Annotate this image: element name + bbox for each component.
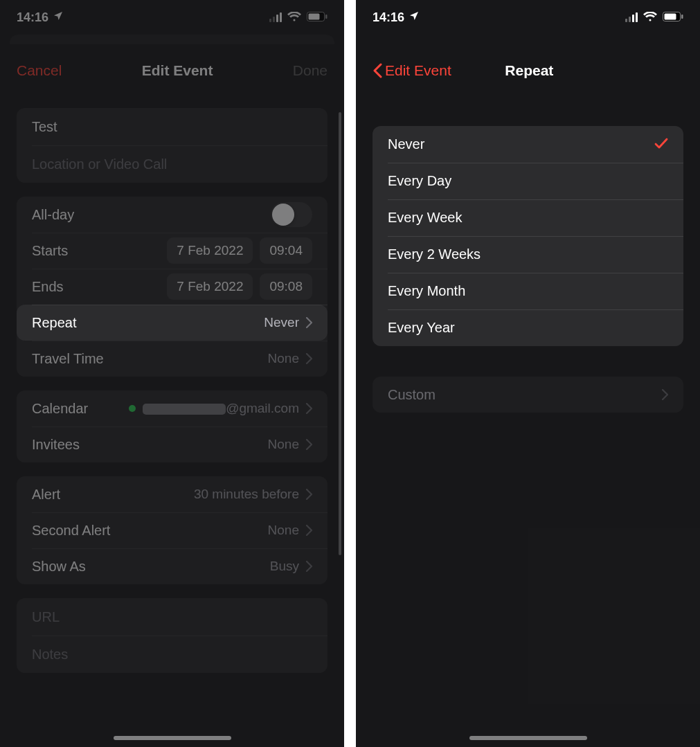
repeat-scroll[interactable]: Never Every Day Every Week Every 2 Weeks… bbox=[356, 98, 700, 747]
all-day-row[interactable]: All-day bbox=[17, 197, 327, 233]
chevron-right-icon bbox=[306, 403, 312, 414]
page-title: Repeat bbox=[505, 62, 553, 79]
svg-rect-5 bbox=[681, 15, 683, 19]
location-services-icon bbox=[53, 10, 64, 25]
cancel-button[interactable]: Cancel bbox=[17, 62, 62, 79]
chevron-right-icon bbox=[306, 353, 312, 364]
chevron-right-icon bbox=[306, 525, 312, 536]
chevron-left-icon bbox=[373, 63, 382, 78]
event-title-field[interactable]: Test bbox=[17, 108, 327, 145]
redacted-email-prefix bbox=[143, 404, 226, 415]
page-title: Edit Event bbox=[142, 62, 213, 79]
status-time: 14:16 bbox=[373, 10, 404, 25]
location-services-icon bbox=[409, 10, 420, 25]
svg-rect-2 bbox=[325, 15, 327, 19]
chevron-right-icon bbox=[306, 561, 312, 572]
alert-group: Alert 30 minutes before Second Alert Non… bbox=[17, 476, 327, 584]
status-bar: 14:16 bbox=[356, 0, 700, 35]
location-field[interactable]: Location or Video Call bbox=[17, 145, 327, 183]
url-notes-group: URL Notes bbox=[17, 598, 327, 673]
status-bar: 14:16 bbox=[0, 0, 344, 35]
wifi-icon bbox=[287, 10, 301, 25]
battery-icon bbox=[663, 10, 683, 25]
home-indicator[interactable] bbox=[114, 736, 231, 740]
repeat-sheet: Edit Event Repeat Never Every Day Every … bbox=[356, 43, 700, 747]
cellular-signal-icon bbox=[625, 12, 638, 22]
repeat-options-group: Never Every Day Every Week Every 2 Weeks… bbox=[373, 126, 683, 346]
travel-time-row[interactable]: Travel Time None bbox=[17, 341, 327, 377]
calendar-group: Calendar @gmail.com Invitees None bbox=[17, 390, 327, 462]
chevron-right-icon bbox=[306, 489, 312, 500]
ends-row[interactable]: Ends 7 Feb 2022 09:08 bbox=[17, 269, 327, 305]
phone-repeat-options: 14:16 Edit Event Repeat bbox=[356, 0, 700, 747]
home-indicator[interactable] bbox=[469, 736, 587, 740]
status-time: 14:16 bbox=[17, 10, 48, 25]
form-scroll[interactable]: Test Location or Video Call All-day Star… bbox=[0, 98, 344, 747]
option-every-month[interactable]: Every Month bbox=[373, 273, 683, 309]
svg-rect-1 bbox=[309, 13, 320, 19]
invitees-row[interactable]: Invitees None bbox=[17, 426, 327, 462]
starts-row[interactable]: Starts 7 Feb 2022 09:04 bbox=[17, 233, 327, 269]
option-every-week[interactable]: Every Week bbox=[373, 199, 683, 236]
all-day-toggle[interactable] bbox=[271, 202, 312, 227]
battery-icon bbox=[307, 10, 327, 25]
done-button[interactable]: Done bbox=[293, 62, 327, 79]
navbar: Edit Event Repeat bbox=[356, 43, 700, 98]
url-field[interactable]: URL bbox=[17, 598, 327, 636]
cellular-signal-icon bbox=[269, 12, 282, 22]
scrollbar-indicator bbox=[339, 112, 341, 555]
starts-date-pill[interactable]: 7 Feb 2022 bbox=[167, 237, 253, 264]
show-as-row[interactable]: Show As Busy bbox=[17, 548, 327, 584]
option-never[interactable]: Never bbox=[373, 126, 683, 163]
custom-group: Custom bbox=[373, 377, 683, 413]
chevron-right-icon bbox=[306, 317, 312, 328]
alert-row[interactable]: Alert 30 minutes before bbox=[17, 476, 327, 512]
navbar: Cancel Edit Event Done bbox=[0, 43, 344, 98]
back-button[interactable]: Edit Event bbox=[373, 62, 451, 79]
calendar-color-dot-icon bbox=[129, 405, 136, 412]
option-every-year[interactable]: Every Year bbox=[373, 309, 683, 346]
option-every-2-weeks[interactable]: Every 2 Weeks bbox=[373, 236, 683, 273]
edit-event-sheet: Cancel Edit Event Done Test Location or … bbox=[0, 43, 344, 747]
calendar-row[interactable]: Calendar @gmail.com bbox=[17, 390, 327, 426]
starts-time-pill[interactable]: 09:04 bbox=[260, 237, 312, 264]
repeat-row[interactable]: Repeat Never bbox=[17, 305, 327, 341]
chevron-right-icon bbox=[662, 389, 668, 400]
svg-rect-4 bbox=[665, 13, 676, 19]
notes-field[interactable]: Notes bbox=[17, 636, 327, 673]
ends-time-pill[interactable]: 09:08 bbox=[260, 273, 312, 300]
chevron-right-icon bbox=[306, 439, 312, 450]
checkmark-icon bbox=[654, 137, 668, 152]
option-every-day[interactable]: Every Day bbox=[373, 163, 683, 199]
title-location-group: Test Location or Video Call bbox=[17, 108, 327, 183]
ends-date-pill[interactable]: 7 Feb 2022 bbox=[167, 273, 253, 300]
time-group: All-day Starts 7 Feb 2022 09:04 Ends 7 F… bbox=[17, 197, 327, 377]
wifi-icon bbox=[643, 10, 657, 25]
custom-row[interactable]: Custom bbox=[373, 377, 683, 413]
phone-edit-event: 14:16 Cancel Edit Event Done bbox=[0, 0, 344, 747]
second-alert-row[interactable]: Second Alert None bbox=[17, 512, 327, 548]
